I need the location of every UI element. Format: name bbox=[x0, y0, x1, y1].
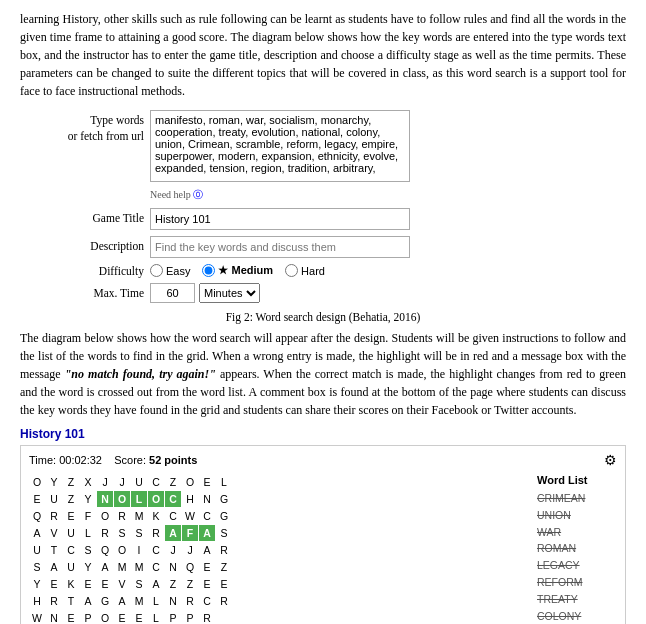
grid-cell[interactable] bbox=[233, 542, 249, 558]
grid-cell[interactable]: O bbox=[97, 610, 113, 624]
grid-cell[interactable]: O bbox=[114, 491, 130, 507]
grid-cell[interactable]: A bbox=[165, 525, 181, 541]
grid-cell[interactable]: A bbox=[199, 542, 215, 558]
grid-cell[interactable]: P bbox=[165, 610, 181, 624]
grid-cell[interactable]: H bbox=[182, 491, 198, 507]
grid-cell[interactable]: C bbox=[165, 508, 181, 524]
grid-cell[interactable]: E bbox=[199, 559, 215, 575]
grid-cell[interactable]: Z bbox=[63, 491, 79, 507]
grid-cell[interactable]: A bbox=[148, 576, 164, 592]
grid-cell[interactable] bbox=[233, 576, 249, 592]
grid-cell[interactable]: O bbox=[114, 542, 130, 558]
settings-icon[interactable]: ⚙ bbox=[604, 452, 617, 468]
grid-cell[interactable]: E bbox=[216, 576, 232, 592]
game-title-input[interactable] bbox=[150, 208, 410, 230]
grid-cell[interactable]: O bbox=[148, 491, 164, 507]
grid-cell[interactable]: Y bbox=[80, 491, 96, 507]
grid-cell[interactable]: G bbox=[216, 491, 232, 507]
grid-cell[interactable]: Z bbox=[165, 474, 181, 490]
grid-cell[interactable]: U bbox=[29, 542, 45, 558]
grid-cell[interactable]: Z bbox=[182, 576, 198, 592]
grid-cell[interactable]: U bbox=[131, 474, 147, 490]
grid-cell[interactable]: C bbox=[165, 491, 181, 507]
grid-cell[interactable]: C bbox=[63, 542, 79, 558]
grid-cell[interactable]: R bbox=[97, 525, 113, 541]
grid-cell[interactable]: Q bbox=[182, 559, 198, 575]
grid-cell[interactable]: Q bbox=[97, 542, 113, 558]
grid-cell[interactable]: G bbox=[216, 508, 232, 524]
grid-cell[interactable]: T bbox=[63, 593, 79, 609]
grid-cell[interactable]: S bbox=[114, 525, 130, 541]
grid-cell[interactable]: N bbox=[97, 491, 113, 507]
grid-cell[interactable]: P bbox=[182, 610, 198, 624]
grid-cell[interactable]: O bbox=[97, 508, 113, 524]
grid-cell[interactable]: O bbox=[182, 474, 198, 490]
grid-cell[interactable]: S bbox=[216, 525, 232, 541]
grid-cell[interactable]: R bbox=[114, 508, 130, 524]
grid-cell[interactable]: T bbox=[46, 542, 62, 558]
grid-cell[interactable]: J bbox=[182, 542, 198, 558]
grid-cell[interactable]: K bbox=[148, 508, 164, 524]
grid-cell[interactable]: E bbox=[80, 576, 96, 592]
grid-cell[interactable] bbox=[216, 610, 232, 624]
grid-cell[interactable]: J bbox=[114, 474, 130, 490]
grid-cell[interactable]: C bbox=[148, 559, 164, 575]
grid-cell[interactable]: S bbox=[29, 559, 45, 575]
grid-cell[interactable] bbox=[233, 491, 249, 507]
grid-cell[interactable]: U bbox=[63, 559, 79, 575]
grid-cell[interactable]: A bbox=[199, 525, 215, 541]
grid-cell[interactable] bbox=[233, 508, 249, 524]
grid-cell[interactable]: E bbox=[46, 576, 62, 592]
grid-cell[interactable]: U bbox=[63, 525, 79, 541]
grid-cell[interactable]: R bbox=[216, 593, 232, 609]
grid-cell[interactable] bbox=[233, 525, 249, 541]
grid-cell[interactable]: S bbox=[80, 542, 96, 558]
difficulty-medium[interactable]: ★ Medium bbox=[202, 264, 273, 277]
maxtime-unit-select[interactable]: Minutes bbox=[199, 283, 260, 303]
grid-cell[interactable]: L bbox=[216, 474, 232, 490]
grid-cell[interactable]: N bbox=[199, 491, 215, 507]
grid-cell[interactable]: E bbox=[114, 610, 130, 624]
grid-cell[interactable]: N bbox=[165, 593, 181, 609]
grid-cell[interactable]: L bbox=[148, 610, 164, 624]
grid-cell[interactable]: I bbox=[131, 542, 147, 558]
grid-cell[interactable]: U bbox=[46, 491, 62, 507]
grid-cell[interactable]: M bbox=[131, 559, 147, 575]
grid-cell[interactable]: L bbox=[148, 593, 164, 609]
grid-cell[interactable] bbox=[233, 474, 249, 490]
grid-cell[interactable]: C bbox=[199, 508, 215, 524]
grid-cell[interactable]: F bbox=[182, 525, 198, 541]
maxtime-input[interactable] bbox=[150, 283, 195, 303]
grid-cell[interactable]: M bbox=[114, 559, 130, 575]
grid-cell[interactable]: A bbox=[46, 559, 62, 575]
grid-cell[interactable]: E bbox=[131, 610, 147, 624]
grid-cell[interactable]: S bbox=[131, 576, 147, 592]
grid-cell[interactable]: R bbox=[148, 525, 164, 541]
grid-cell[interactable]: M bbox=[131, 508, 147, 524]
grid-cell[interactable]: R bbox=[182, 593, 198, 609]
grid-cell[interactable]: E bbox=[63, 508, 79, 524]
grid-cell[interactable]: J bbox=[97, 474, 113, 490]
grid-cell[interactable]: V bbox=[46, 525, 62, 541]
difficulty-easy[interactable]: Easy bbox=[150, 264, 190, 277]
grid-cell[interactable]: C bbox=[199, 593, 215, 609]
grid-cell[interactable]: R bbox=[216, 542, 232, 558]
grid-cell[interactable]: F bbox=[80, 508, 96, 524]
grid-cell[interactable]: A bbox=[29, 525, 45, 541]
grid-cell[interactable]: V bbox=[114, 576, 130, 592]
grid-cell[interactable]: S bbox=[131, 525, 147, 541]
difficulty-hard[interactable]: Hard bbox=[285, 264, 325, 277]
grid-cell[interactable]: P bbox=[80, 610, 96, 624]
grid-cell[interactable]: W bbox=[29, 610, 45, 624]
grid-cell[interactable]: R bbox=[199, 610, 215, 624]
grid-cell[interactable]: J bbox=[165, 542, 181, 558]
grid-cell[interactable]: R bbox=[46, 593, 62, 609]
radio-hard[interactable] bbox=[285, 264, 298, 277]
grid-cell[interactable]: E bbox=[199, 474, 215, 490]
grid-cell[interactable]: N bbox=[165, 559, 181, 575]
grid-cell[interactable] bbox=[233, 610, 249, 624]
grid-cell[interactable]: Y bbox=[80, 559, 96, 575]
grid-cell[interactable]: Y bbox=[29, 576, 45, 592]
grid-cell[interactable]: L bbox=[131, 491, 147, 507]
grid-cell[interactable] bbox=[233, 593, 249, 609]
